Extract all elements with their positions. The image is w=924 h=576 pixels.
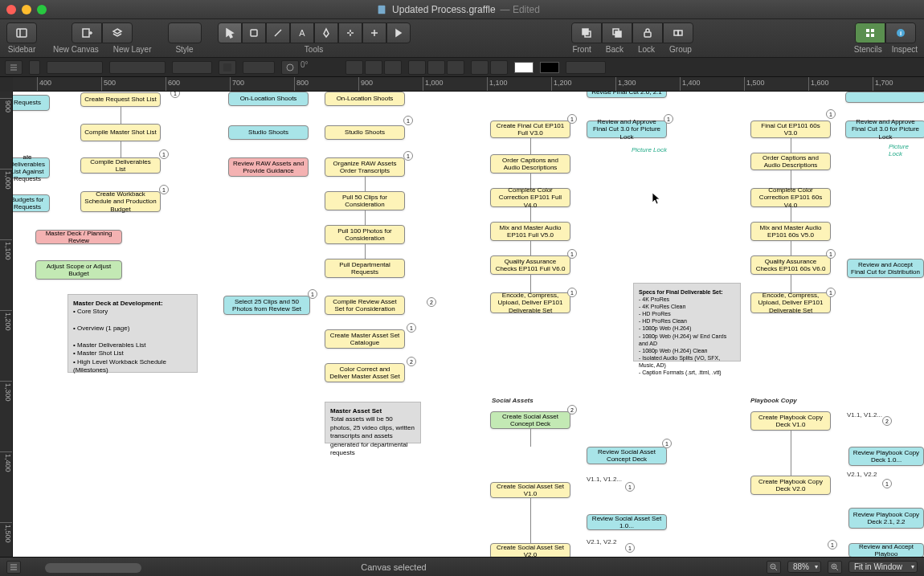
flow-node[interactable]: Color Correct and Deliver Master Asset S… — [325, 363, 405, 382]
flow-node[interactable]: Create Master Asset Set Catalogue — [325, 329, 405, 349]
flow-node[interactable]: Quality Assurance Checks EP101 60s V6.0 — [750, 255, 831, 275]
flow-node[interactable]: Final Cut EP101 60s V3.0 — [750, 121, 831, 138]
align-v-top[interactable] — [408, 60, 426, 75]
flow-node[interactable]: Master Deck / Planning Review — [35, 230, 122, 244]
selection-tool[interactable] — [218, 22, 242, 43]
flow-node[interactable]: Review and Approve Final Cut 3.0 for Pic… — [845, 121, 924, 138]
flow-node[interactable]: Review Playbook Copy Deck 2.1, 2.2 — [848, 508, 924, 529]
flow-node[interactable]: Requests — [13, 95, 50, 111]
flow-node[interactable]: Revise Final Cut 2.0, 2.1 — [587, 92, 667, 98]
flow-node[interactable]: Encode, Compress, Upload, Deliver EP101 … — [490, 292, 570, 313]
point-tool[interactable] — [362, 22, 386, 43]
flow-node[interactable]: Studio Shoots — [228, 125, 309, 140]
flow-node[interactable] — [845, 92, 924, 103]
flow-node[interactable]: Studio Shoots — [325, 125, 405, 140]
flow-node[interactable]: Order Captions and Audio Descriptions — [750, 153, 831, 170]
align-v-middle[interactable] — [427, 60, 445, 75]
stencils-button[interactable] — [855, 22, 885, 43]
flow-node[interactable]: Review and Accept Playboo — [848, 543, 924, 557]
flow-node[interactable]: Pull 100 Photos for Consideration — [325, 225, 405, 244]
flow-node[interactable]: Compile Review Asset Set for Considerati… — [325, 296, 405, 315]
canvas[interactable]: Requests ate Deliverables List Against R… — [13, 92, 924, 557]
note-specs[interactable]: Specs for Final Deliverable Set: - 4K Pr… — [633, 283, 741, 362]
line-tool[interactable] — [266, 22, 290, 43]
spacing-select[interactable] — [243, 61, 275, 74]
flow-node[interactable]: Quality Assurance Checks EP101 Full V6.0 — [490, 255, 570, 275]
flow-node[interactable]: Pull Departmental Requests — [325, 259, 405, 278]
flow-node[interactable]: On-Location Shoots — [228, 92, 309, 106]
flow-node[interactable]: Pull 50 Clips for Consideration — [325, 191, 405, 210]
sidebar-toggle-button[interactable] — [6, 22, 37, 43]
fill-swatch[interactable] — [514, 62, 534, 73]
flow-node[interactable]: Create Social Asset Set V2.0 — [490, 543, 570, 557]
align-h-left[interactable] — [345, 60, 363, 75]
stroke-width-select[interactable] — [566, 61, 606, 74]
svg-line-7 — [275, 30, 281, 36]
align-v-bottom[interactable] — [447, 60, 464, 75]
flow-node[interactable]: Order Captions and Audio Descriptions — [490, 154, 570, 174]
distribute-v[interactable] — [490, 60, 508, 75]
flow-node[interactable]: Create Social Asset Set V1.0 — [490, 482, 570, 498]
minimize-icon[interactable] — [22, 5, 31, 14]
flow-node[interactable]: Review and Accept Final Cut for Distribu… — [847, 259, 924, 278]
flow-node[interactable]: Encode, Compress, Upload, Deliver EP101 … — [750, 292, 831, 313]
stroke-swatch[interactable] — [540, 62, 559, 73]
bring-front-button[interactable] — [571, 22, 602, 43]
fullscreen-icon[interactable] — [37, 5, 47, 14]
style-button[interactable] — [168, 22, 202, 43]
flow-node[interactable]: Budgets for Requests — [13, 194, 50, 212]
zoom-in-button[interactable] — [828, 561, 842, 574]
text-tool[interactable]: A — [290, 22, 314, 43]
flow-node[interactable]: Review RAW Assets and Provide Guidance — [228, 157, 309, 177]
flow-node[interactable]: Complete Color Correction EP101 60s V4.0 — [750, 188, 831, 207]
font-select[interactable] — [47, 61, 103, 74]
new-layer-button[interactable] — [102, 22, 133, 43]
text-color-button[interactable] — [219, 60, 236, 75]
flow-node[interactable]: Mix and Master Audio EP101 Full V5.0 — [490, 222, 570, 241]
flow-node[interactable]: Adjust Scope or Adjust Budget — [35, 260, 122, 280]
flow-node[interactable]: Create Playbook Copy Deck V2.0 — [750, 476, 831, 495]
send-back-button[interactable] — [602, 22, 632, 43]
flow-node[interactable]: Select 25 Clips and 50 Photos from Revie… — [223, 296, 310, 315]
align-h-center[interactable] — [365, 60, 382, 75]
flow-node[interactable]: ate Deliverables List Against Requests — [13, 157, 50, 178]
flow-node[interactable]: Mix and Master Audio EP101 60s V5.0 — [750, 222, 831, 241]
distribute-h[interactable] — [471, 60, 489, 75]
zoom-out-button[interactable] — [767, 561, 781, 574]
horizontal-scroll-thumb[interactable] — [45, 563, 141, 573]
flow-node[interactable]: Review Social Asset Set 1.0... — [587, 514, 667, 530]
group-button[interactable] — [663, 22, 693, 43]
flow-node[interactable]: Compile Deliverables List — [80, 157, 161, 174]
flow-node[interactable]: Complete Color Correction EP101 Full V4.… — [490, 188, 570, 207]
pen-tool[interactable] — [314, 22, 338, 43]
zoom-select[interactable]: 88%▾ — [787, 561, 821, 573]
note-master-deck[interactable]: Master Deck at Development: • Core Story… — [67, 294, 198, 373]
align-left-icon[interactable] — [29, 60, 40, 75]
align-h-right[interactable] — [384, 60, 402, 75]
close-icon[interactable] — [6, 5, 16, 14]
shape-tool[interactable] — [242, 22, 266, 43]
flow-node[interactable]: Organize RAW Assets Order Transcripts — [325, 157, 405, 177]
flow-node[interactable]: Create Request Shot List — [80, 92, 161, 107]
flow-node[interactable]: Create Workback Schedule and Production … — [80, 191, 161, 212]
browse-tool[interactable] — [386, 22, 411, 43]
diagram-tool[interactable] — [338, 22, 362, 43]
size-select[interactable] — [172, 61, 212, 74]
flow-node[interactable]: On-Location Shoots — [325, 92, 405, 106]
flow-node[interactable]: Review Playbook Copy Deck 1.0... — [848, 447, 924, 466]
canvas-viewport[interactable]: Requests ate Deliverables List Against R… — [13, 92, 924, 557]
flow-node[interactable]: Compile Master Shot List — [80, 124, 161, 141]
outline-toggle[interactable] — [6, 561, 21, 574]
flow-node[interactable]: Create Social Asset Concept Deck — [490, 411, 570, 429]
ruler-toggle[interactable] — [5, 60, 22, 75]
flow-node[interactable]: Create Playbook Copy Deck V1.0 — [750, 411, 831, 431]
lock-button[interactable] — [632, 22, 663, 43]
flow-node[interactable]: Review Social Asset Concept Deck — [587, 447, 667, 464]
flow-node[interactable]: Review and Approve Final Cut 3.0 for Pic… — [587, 121, 667, 138]
style-select[interactable] — [109, 61, 166, 74]
note-master-asset[interactable]: Master Asset Set Total assets will be 50… — [325, 402, 421, 443]
inspect-button[interactable]: i — [885, 22, 916, 43]
fit-select[interactable]: Fit in Window▾ — [848, 561, 918, 573]
flow-node[interactable]: Create Final Cut EP101 Full V3.0 — [490, 121, 570, 138]
new-canvas-button[interactable] — [72, 22, 102, 43]
